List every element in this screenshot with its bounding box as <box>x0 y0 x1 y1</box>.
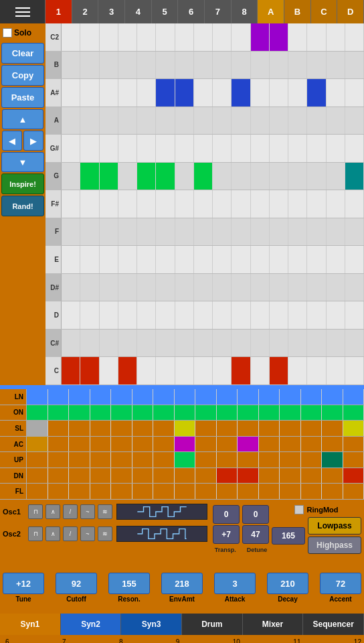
note-cell[interactable] <box>288 246 307 273</box>
seq-cell[interactable] <box>301 405 323 421</box>
seq-cell[interactable] <box>153 389 175 405</box>
note-cell[interactable] <box>232 107 250 135</box>
note-cell[interactable] <box>137 246 156 273</box>
note-cell[interactable] <box>156 135 175 162</box>
note-cell[interactable] <box>175 301 194 329</box>
note-cell[interactable] <box>194 274 213 301</box>
note-cell[interactable] <box>100 274 118 301</box>
decay-knob[interactable]: 210 <box>267 573 308 594</box>
note-cell[interactable] <box>307 274 326 301</box>
note-cell[interactable] <box>137 357 156 384</box>
note-cell[interactable] <box>118 163 137 190</box>
reson-knob[interactable]: 155 <box>108 573 150 594</box>
seq-cell[interactable] <box>238 405 259 421</box>
note-cell[interactable] <box>100 135 118 162</box>
seq-cell[interactable] <box>27 484 48 499</box>
note-cell[interactable] <box>175 52 194 79</box>
hamburger-button[interactable] <box>0 0 46 23</box>
note-cell[interactable] <box>232 330 250 357</box>
seq-cell[interactable] <box>132 389 154 405</box>
seq-cell[interactable] <box>111 468 132 484</box>
note-cell[interactable] <box>288 190 307 218</box>
track-tab-4[interactable]: 4 <box>125 0 152 23</box>
seq-cell[interactable] <box>132 468 154 484</box>
seq-cell[interactable] <box>27 405 48 421</box>
copy-button[interactable]: Copy <box>1 65 44 86</box>
note-cell[interactable] <box>270 52 288 79</box>
seq-cell[interactable] <box>48 468 70 484</box>
note-cell[interactable] <box>288 274 307 301</box>
seq-cell[interactable] <box>343 484 365 499</box>
seq-cell[interactable] <box>132 421 154 436</box>
note-cell[interactable] <box>156 246 175 273</box>
seq-cell[interactable] <box>48 437 70 452</box>
seq-cell[interactable] <box>322 437 343 452</box>
seq-cell[interactable] <box>195 389 217 405</box>
track-tab-1[interactable]: 1 <box>46 0 72 23</box>
note-cell[interactable] <box>270 163 288 190</box>
note-cell[interactable] <box>345 274 364 301</box>
note-cell[interactable] <box>137 274 156 301</box>
seq-cell[interactable] <box>280 437 301 452</box>
note-cell[interactable] <box>118 357 137 384</box>
seq-cell[interactable] <box>111 452 132 468</box>
seq-cell[interactable] <box>343 437 365 452</box>
seq-cell[interactable] <box>111 405 132 421</box>
envamt-knob[interactable]: 218 <box>161 573 203 594</box>
note-cell[interactable] <box>175 190 194 218</box>
note-cell[interactable] <box>100 79 118 106</box>
note-cell[interactable] <box>156 274 175 301</box>
note-cell[interactable] <box>100 330 118 357</box>
seq-cell[interactable] <box>343 405 365 421</box>
note-cell[interactable] <box>156 52 175 79</box>
note-cell[interactable] <box>270 218 288 246</box>
note-cell[interactable] <box>327 274 345 301</box>
note-cell[interactable] <box>270 107 288 135</box>
seq-cell[interactable] <box>132 452 154 468</box>
seq-cell[interactable] <box>48 421 70 436</box>
seq-cell[interactable] <box>259 452 280 468</box>
note-cell[interactable] <box>288 163 307 190</box>
note-cell[interactable] <box>118 218 137 246</box>
seq-cell[interactable] <box>69 437 90 452</box>
note-cell[interactable] <box>327 190 345 218</box>
tune-knob[interactable]: +12 <box>3 573 44 594</box>
osc2-transp-box[interactable]: +7 <box>213 525 240 544</box>
note-cell[interactable] <box>251 52 270 79</box>
seq-cell[interactable] <box>238 484 259 499</box>
note-cell[interactable] <box>327 301 345 329</box>
note-cell[interactable] <box>213 301 232 329</box>
note-cell[interactable] <box>251 218 270 246</box>
note-cell[interactable] <box>137 79 156 106</box>
cutoff-knob[interactable]: 92 <box>56 573 97 594</box>
note-cell[interactable] <box>194 107 213 135</box>
note-cell[interactable] <box>118 246 137 273</box>
note-cell[interactable] <box>307 107 326 135</box>
note-cell[interactable] <box>288 52 307 79</box>
note-cell[interactable] <box>327 246 345 273</box>
note-cell[interactable] <box>251 246 270 273</box>
note-cell[interactable] <box>232 357 250 384</box>
note-cell[interactable] <box>213 218 232 246</box>
seq-cell[interactable] <box>238 389 259 405</box>
seq-cell[interactable] <box>195 405 217 421</box>
note-cell[interactable] <box>80 301 99 329</box>
note-cell[interactable] <box>288 330 307 357</box>
seq-cell[interactable] <box>69 405 90 421</box>
seq-cell[interactable] <box>153 468 175 484</box>
note-cell[interactable] <box>270 79 288 106</box>
osc1-wave-tri[interactable]: ∧ <box>46 504 60 519</box>
note-cell[interactable] <box>137 218 156 246</box>
osc1-wave-noise[interactable]: ≋ <box>98 504 112 519</box>
note-cell[interactable] <box>270 246 288 273</box>
note-cell[interactable] <box>288 107 307 135</box>
seq-cell[interactable] <box>153 484 175 499</box>
note-cell[interactable] <box>213 79 232 106</box>
note-cell[interactable] <box>213 23 232 51</box>
track-tab-5[interactable]: 5 <box>152 0 179 23</box>
attack-knob[interactable]: 3 <box>214 573 256 594</box>
note-cell[interactable] <box>137 301 156 329</box>
seq-cell[interactable] <box>111 389 132 405</box>
osc1-wave-sq[interactable]: ⊓ <box>28 504 43 519</box>
note-cell[interactable] <box>251 330 270 357</box>
